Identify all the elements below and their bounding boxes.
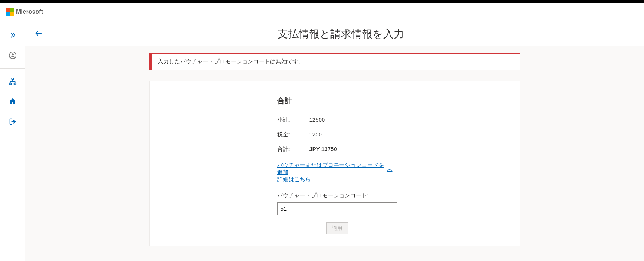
total-currency: JPY <box>309 146 320 152</box>
svg-rect-4 <box>14 83 16 85</box>
page-title: 支払情報と請求情報を入力 <box>46 27 635 41</box>
main-content: 支払情報と請求情報を入力 入力したバウチャー・プロモーションコードは無効です。 … <box>25 21 644 261</box>
svg-rect-2 <box>12 78 14 80</box>
microsoft-logo-icon <box>6 8 14 16</box>
chevron-up-icon: ︿ <box>387 166 393 173</box>
sidebar-item-home[interactable] <box>0 92 25 110</box>
voucher-field-label: バウチャー・プロモーションコード: <box>277 192 393 199</box>
add-voucher-link-text: バウチャーまたはプロモーションコードを追加 <box>277 162 386 176</box>
home-icon <box>9 97 17 106</box>
sidebar-item-sitemap[interactable] <box>0 72 25 90</box>
back-button[interactable] <box>34 29 46 39</box>
global-header: Microsoft <box>0 3 644 21</box>
total-label: 合計: <box>277 146 294 153</box>
subtotal-label: 小計: <box>277 116 294 124</box>
tax-label: 税金: <box>277 131 294 138</box>
add-voucher-link[interactable]: バウチャーまたはプロモーションコードを追加 ︿ <box>277 162 393 176</box>
error-banner: 入力したバウチャー・プロモーションコードは無効です。 <box>149 53 520 70</box>
subtotal-value: 12500 <box>309 116 325 124</box>
page-header: 支払情報と請求情報を入力 <box>25 21 644 46</box>
tax-row: 税金: 1250 <box>277 131 393 138</box>
total-value: JPY 13750 <box>309 146 337 153</box>
apply-button[interactable]: 適用 <box>326 222 348 234</box>
user-circle-icon <box>9 51 17 60</box>
sidebar-expand-button[interactable] <box>0 26 25 44</box>
microsoft-logo-text: Microsoft <box>16 9 43 15</box>
voucher-field: バウチャー・プロモーションコード: 適用 <box>277 192 393 234</box>
sidebar-item-exit[interactable] <box>0 113 25 131</box>
voucher-code-input[interactable] <box>277 202 397 215</box>
sign-out-icon <box>9 118 17 126</box>
arrow-left-icon <box>34 29 43 37</box>
tax-value: 1250 <box>309 131 322 138</box>
total-row: 合計: JPY 13750 <box>277 146 393 153</box>
svg-point-1 <box>12 53 14 55</box>
sidebar-divider <box>0 68 25 69</box>
top-black-bar <box>0 0 644 3</box>
error-message: 入力したバウチャー・プロモーションコードは無効です。 <box>158 58 304 64</box>
svg-rect-3 <box>9 83 11 85</box>
voucher-links: バウチャーまたはプロモーションコードを追加 ︿ 詳細はこちら <box>277 162 393 183</box>
totals-heading: 合計 <box>277 96 393 106</box>
chevron-double-right-icon <box>9 31 16 39</box>
totals-card: 合計 小計: 12500 税金: 1250 合計: JPY 13750 <box>149 81 520 246</box>
subtotal-row: 小計: 12500 <box>277 116 393 124</box>
voucher-detail-link[interactable]: 詳細はこちら <box>277 176 311 183</box>
microsoft-logo[interactable]: Microsoft <box>6 8 43 16</box>
total-amount: 13750 <box>321 146 337 152</box>
sitemap-icon <box>9 77 17 85</box>
sidebar <box>0 21 25 261</box>
sidebar-item-profile[interactable] <box>0 46 25 64</box>
